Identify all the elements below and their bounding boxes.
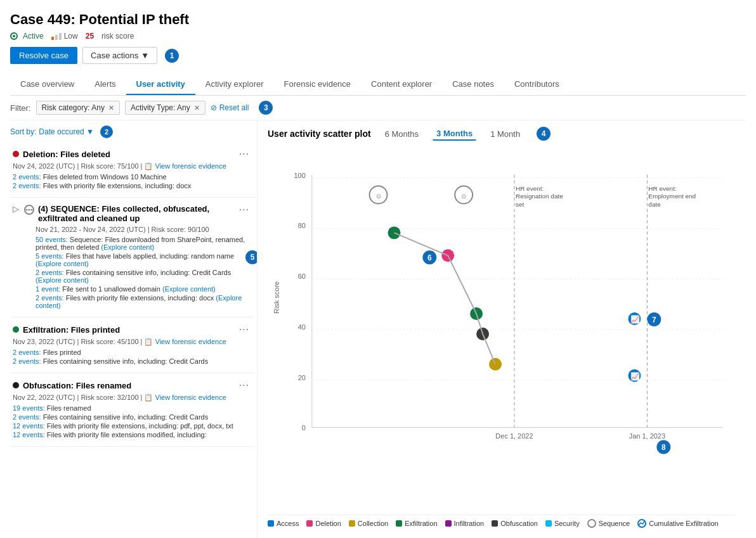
activity-more-deletion[interactable]: ··· — [239, 148, 249, 160]
left-panel: Sort by: Date occured ▼ 2 Deletion: File… — [10, 120, 257, 538]
filter-chip-activity-label: Activity Type: Any — [131, 103, 190, 112]
activity-detail-exf-2: 2 events: Files containing sensitive inf… — [13, 357, 249, 365]
tab-case-overview[interactable]: Case overview — [10, 74, 84, 95]
activity-item-obfuscation: Obfuscation: Files renamed ··· Nov 22, 2… — [10, 373, 254, 447]
count-obf-2: 2 events: — [13, 413, 41, 421]
svg-text:80: 80 — [298, 222, 306, 229]
activity-detail-deletion-1: 2 events: Files deleted from Windows 10 … — [13, 173, 249, 181]
activity-detail-exf-1: 2 events: Files printed — [13, 349, 249, 356]
dot-deletion — [13, 151, 19, 157]
reset-all-label: Reset all — [219, 103, 249, 112]
activity-detail-seq-3: 2 events: Files containing sensitive inf… — [36, 269, 249, 284]
activity-detail-seq-5: 2 events: Files with priority file exten… — [36, 294, 249, 309]
count-obf-1: 19 events: — [13, 404, 45, 412]
legend-collection: Collection — [349, 519, 388, 528]
activity-title-obfuscation[interactable]: Obfuscation: Files renamed — [23, 381, 235, 390]
legend-dot-collection — [349, 520, 355, 527]
tab-contributors[interactable]: Contributors — [504, 74, 570, 95]
activity-more-obfuscation[interactable]: ··· — [239, 380, 249, 391]
svg-line-32 — [483, 334, 495, 364]
sequence-expand[interactable]: ▷ — [13, 204, 19, 214]
activity-detail-seq-1: 50 events: Sequence: Files downloaded fr… — [36, 236, 249, 251]
risk-bar-1 — [51, 37, 54, 40]
tab-case-notes[interactable]: Case notes — [442, 74, 504, 95]
count-obf-3: 12 events: — [13, 422, 45, 430]
activity-header-exfiltration: Exfiltration: Files printed ··· — [13, 324, 249, 335]
svg-text:HR event:: HR event: — [516, 185, 544, 192]
activity-detail-obf-3: 12 events: Files with priority file exte… — [13, 422, 249, 430]
svg-text:6: 6 — [427, 253, 432, 262]
case-actions-button[interactable]: Case actions ▼ — [82, 47, 157, 64]
activity-title-deletion[interactable]: Deletion: Files deleted — [23, 150, 235, 159]
count-exf-2: 2 events: — [13, 357, 41, 365]
tab-forensic-evidence[interactable]: Forensic evidence — [274, 74, 362, 95]
explore-link-1[interactable]: (Explore content) — [101, 243, 154, 251]
legend-dot-sequence — [587, 519, 596, 528]
svg-text:set: set — [516, 201, 525, 208]
count-seq-4: 1 event: — [36, 285, 60, 293]
status-label: Active — [23, 32, 44, 41]
time-btn-6months[interactable]: 6 Months — [381, 128, 422, 140]
activity-meta-obfuscation: Nov 22, 2022 (UTC) | Risk score: 32/100 … — [13, 394, 249, 402]
svg-text:⊙: ⊙ — [376, 193, 381, 200]
activity-header-deletion: Deletion: Files deleted ··· — [13, 148, 249, 160]
explore-link-2[interactable]: (Explore content) — [36, 260, 89, 267]
forensic-link-deletion[interactable]: 📋 View forensic evidence — [144, 162, 226, 170]
svg-point-3 — [29, 209, 30, 211]
filter-chip-activity-close[interactable]: ✕ — [194, 104, 200, 112]
legend-label-sequence: Sequence — [599, 520, 630, 527]
count-seq-3: 2 events: — [36, 269, 64, 276]
main-page: Case 449: Potential IP theft Active Low … — [0, 0, 756, 538]
legend-access: Access — [268, 519, 299, 528]
forensic-link-exfiltration[interactable]: 📋 View forensic evidence — [144, 338, 226, 345]
svg-point-4 — [31, 209, 33, 211]
time-btn-1month[interactable]: 1 Month — [486, 128, 524, 140]
activity-more-exfiltration[interactable]: ··· — [239, 324, 249, 335]
tab-content-explorer[interactable]: Content explorer — [361, 74, 442, 95]
legend-label-infiltration: Infiltration — [454, 520, 485, 527]
filter-chip-activity: Activity Type: Any ✕ — [125, 101, 205, 115]
activity-title-sequence[interactable]: (4) SEQUENCE: Files collected, obfuscate… — [38, 204, 235, 223]
legend-label-deletion: Deletion — [315, 520, 341, 527]
activity-detail-deletion-2: 2 events: Files with priority file exten… — [13, 182, 249, 189]
svg-text:📈: 📈 — [630, 314, 640, 324]
explore-link-3[interactable]: (Explore content) — [36, 276, 89, 284]
annotation-5: 5 — [245, 250, 257, 264]
svg-text:HR event:: HR event: — [648, 185, 676, 192]
tab-user-activity[interactable]: User activity — [126, 74, 195, 95]
risk-bars — [51, 33, 62, 40]
activity-title-exfiltration[interactable]: Exfiltration: Files printed — [23, 325, 235, 335]
filter-icon: ⊘ — [211, 103, 217, 112]
legend-dot-infiltration — [445, 520, 452, 527]
legend-deletion: Deletion — [306, 519, 341, 528]
activity-detail-seq-4: 1 event: File sent to 1 unallowed domain… — [36, 285, 249, 293]
svg-text:Jan 1, 2023: Jan 1, 2023 — [629, 432, 665, 440]
explore-link-4[interactable]: (Explore content) — [162, 285, 216, 293]
svg-text:Employment end: Employment end — [648, 193, 696, 200]
risk-bar-3 — [59, 33, 62, 40]
svg-text:Resignation date: Resignation date — [516, 193, 563, 200]
explore-link-5[interactable]: (Explore content) — [36, 294, 242, 309]
activity-meta-exfiltration: Nov 23, 2022 (UTC) | Risk score: 45/100 … — [13, 338, 249, 346]
tab-alerts[interactable]: Alerts — [84, 74, 126, 95]
scatter-title: User activity scatter plot — [268, 129, 371, 139]
activity-detail-obf-4: 12 events: Files with priority file exte… — [13, 431, 249, 439]
sort-bar: Sort by: Date occured ▼ 2 — [10, 120, 254, 142]
legend-cumulative: Cumulative Exfiltration — [637, 519, 718, 528]
legend-dot-deletion — [306, 520, 313, 527]
resolve-case-button[interactable]: Resolve case — [10, 47, 77, 64]
forensic-link-obfuscation[interactable]: 📋 View forensic evidence — [144, 394, 226, 401]
activity-more-sequence[interactable]: ··· — [239, 204, 249, 215]
activity-header-obfuscation: Obfuscation: Files renamed ··· — [13, 380, 249, 391]
dot-exfiltration — [13, 326, 19, 333]
sort-bar-value[interactable]: Date occured ▼ — [39, 127, 94, 136]
time-btn-3months[interactable]: 3 Months — [433, 127, 476, 141]
reset-all-button[interactable]: ⊘ Reset all — [211, 103, 249, 112]
filter-chip-risk-close[interactable]: ✕ — [108, 104, 114, 112]
filter-chip-risk-label: Risk category: Any — [42, 103, 105, 112]
risk-score-label: risk score — [101, 32, 134, 41]
legend-dot-exfiltration — [396, 520, 402, 527]
count-seq-1: 50 events: — [36, 236, 68, 243]
legend: Access Deletion Collection Exfiltration … — [268, 515, 736, 532]
tab-activity-explorer[interactable]: Activity explorer — [195, 74, 274, 95]
